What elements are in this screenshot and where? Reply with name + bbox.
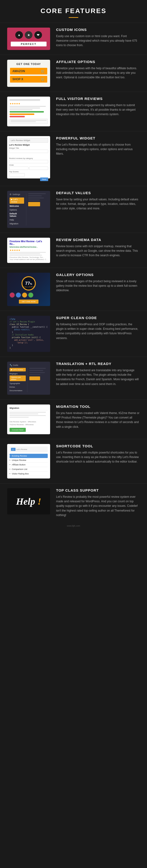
trans-line-4 — [29, 374, 40, 375]
icons-row: ♠ ★ ❤ — [11, 31, 47, 39]
page-title: CORE FEATURES — [5, 7, 142, 15]
rating-bar-3 — [9, 116, 25, 117]
widget-count-input — [9, 173, 25, 177]
feature-title-gallery: GALLERY OPTIONS — [56, 273, 140, 277]
feature-title-migration: MIGRATION TOOL — [56, 404, 140, 408]
feature-desc-support: Let's Review is probably the most powerf… — [56, 495, 140, 518]
code-line-12: } — [9, 347, 48, 349]
shopx-label: SHOP X — [13, 78, 23, 81]
schema-line-3 — [9, 255, 42, 255]
visitor-line-3 — [9, 109, 32, 110]
shortcode-dot-icon-2: • — [9, 459, 10, 461]
default-menu-migration: Migration — [9, 222, 24, 225]
rating-bar-1 — [9, 111, 44, 113]
code-line-7: // Initialize hooks — [9, 334, 48, 336]
schema-line-2 — [9, 253, 40, 254]
trans-reglages: Réglages — [9, 372, 26, 375]
visitor-reviews-preview: ★★★★★ — [7, 97, 50, 126]
header-underline — [69, 17, 78, 18]
trans-letsreview: ▶ Let's review — [9, 368, 26, 371]
trans-outils: 🔧 Outils — [9, 364, 48, 366]
feature-image-gallery: 77% GALLERY GET ONE NOW — [7, 273, 50, 306]
feature-image-visitor-reviews: ★★★★★ — [7, 97, 50, 126]
feature-row-schema: Firestone Mivi Review - Let's Re... lets… — [0, 233, 147, 268]
rating-bar-2 — [9, 114, 34, 115]
default-menu-defaultvalues: Default Values — [9, 212, 24, 218]
visitor-form-line-1 — [11, 120, 47, 121]
trans-doc: Documentation — [9, 389, 26, 392]
code-line-5: $this->init(); — [9, 329, 48, 331]
feature-row-gallery: 77% GALLERY GET ONE NOW GALLERY OPTIONS … — [0, 268, 147, 311]
feature-row-affiliate: GET ONE TODAY AMAZON 🛒 SHOP X 🛒 AFFILIAT… — [0, 55, 147, 92]
feature-image-clean-code: <?php // Let's Review Plugin class LR_Re… — [7, 316, 50, 352]
feature-row-clean-code: <?php // Let's Review Plugin class LR_Re… — [0, 311, 147, 357]
feature-content-affiliate: AFFILIATE OPTIONS Monetize your reviews … — [56, 60, 140, 80]
widget-save-btn[interactable]: Save — [40, 178, 48, 181]
feature-desc-gallery: Show off more images of the product bein… — [56, 279, 140, 293]
feature-desc-schema: Review boxes come with rich snippet mark… — [56, 244, 140, 258]
shortcode-item-comparison: • Comparison List — [9, 467, 48, 472]
widget-label-category: Restrict reviews by category — [9, 157, 48, 159]
gallery-cta-btn[interactable]: GET ONE NOW — [19, 300, 39, 304]
feature-title-custom-icons: CUSTOM ICONS — [56, 28, 140, 32]
default-values-preview: ⚙ Settings ▶ Let's review Welcome Option… — [7, 191, 50, 228]
feature-desc-widget: The Let's Review widget has lots of opti… — [56, 143, 140, 156]
shortcode-preview: [ ] Let's Review • Existing Review • Uni… — [7, 444, 50, 478]
feature-image-shortcode: [ ] Let's Review • Existing Review • Uni… — [7, 444, 50, 478]
schema-preview: Firestone Mivi Review - Let's Re... lets… — [7, 238, 50, 263]
code-line-6: } — [9, 331, 48, 333]
default-menu-options: Options — [9, 208, 24, 212]
shortcode-dot-icon-3: • — [9, 464, 10, 466]
visitor-line-1 — [9, 106, 46, 107]
feature-content-custom-icons: CUSTOM ICONS Easily use any custom icon … — [56, 28, 140, 48]
gallery-thumb-3 — [22, 292, 27, 298]
code-line-3: class LR_Review { — [9, 323, 48, 326]
custom-icons-preview: ♠ ★ ❤ PERFECT — [7, 28, 50, 50]
widget-label-count: Top Scores — [9, 170, 48, 173]
schema-stars: ★★★★★ — [9, 249, 48, 251]
migration-convert-btn[interactable]: Convert Now! — [9, 428, 26, 432]
default-line-4 — [28, 199, 40, 200]
feature-desc-default-values: Save time by setting your default values… — [56, 197, 140, 211]
feature-row-default-values: ⚙ Settings ▶ Let's review Welcome Option… — [0, 186, 147, 233]
gallery-thumb-4 — [28, 292, 33, 298]
feature-row-support: Help ! TOP CLASS SUPPORT Let's Review is… — [0, 483, 147, 522]
code-preview: <?php // Let's Review Plugin class LR_Re… — [7, 316, 50, 352]
widget-preview: Let's Review Widget Let's Review Widget … — [7, 136, 50, 179]
affiliate-btn-shopx: SHOP X 🛒 — [10, 76, 47, 83]
feature-content-widget: POWERFUL WIDGET The Let's Review widget … — [56, 136, 140, 156]
visitor-stars: ★★★★★ — [9, 102, 48, 105]
feature-row-shortcode: [ ] Let's Review • Existing Review • Uni… — [0, 439, 147, 483]
trans-sidebar: ▶ Let's review Réglages Options par défa… — [9, 368, 48, 392]
feature-title-translation: TRANSLATION + RTL READY — [56, 362, 140, 366]
trans-color-swatch — [29, 376, 40, 380]
code-line-2: // Let's Review Plugin — [9, 321, 48, 323]
feature-desc-custom-icons: Easily use any custom icon or html code … — [56, 34, 140, 48]
amazon-label: AMAZON — [13, 69, 25, 73]
widget-orderby-input — [29, 166, 48, 170]
icon-circle-1: ♠ — [15, 31, 23, 39]
feature-title-clean-code: SUPER CLEAN CODE — [56, 316, 140, 320]
trans-line-1 — [29, 368, 46, 369]
feature-content-shortcode: SHORTCODE TOOL Let's Review comes with m… — [56, 444, 140, 464]
shortcode-toolbar-label: Let's Review — [17, 448, 27, 451]
shortcode-toolbar: [ ] Let's Review — [9, 446, 48, 452]
trans-sidebar-right — [27, 368, 48, 392]
feature-title-schema: REVIEW SCHEMA DATA — [56, 238, 140, 242]
shortcode-toolbar-btn[interactable]: [ ] — [11, 448, 16, 451]
default-menu-help: Help — [9, 218, 24, 222]
widget-input-1 — [9, 150, 48, 153]
affiliate-preview-title: GET ONE TODAY — [10, 63, 47, 65]
gallery-percent: 77 — [25, 281, 30, 286]
feature-content-translation: TRANSLATION + RTL READY Both frontend an… — [56, 362, 140, 386]
feature-desc-translation: Both frontend and backend are translatab… — [56, 368, 140, 386]
gallery-preview: 77% GALLERY GET ONE NOW — [7, 273, 50, 306]
trans-extras: Extras — [9, 385, 26, 389]
shortcode-item-affiliate: • Affiliate Button — [9, 463, 48, 467]
feature-title-visitor-reviews: FULL VISITOR REVIEWS — [56, 97, 140, 101]
perfect-badge: PERFECT — [11, 42, 47, 46]
feature-row-translation: 🔧 Outils ▶ Let's review Réglages Options… — [0, 357, 147, 400]
gallery-thumb-2 — [16, 292, 21, 298]
cart-icon: 🛒 — [41, 69, 45, 73]
feature-content-migration: MIGRATION TOOL Do you have reviews creat… — [56, 404, 140, 429]
